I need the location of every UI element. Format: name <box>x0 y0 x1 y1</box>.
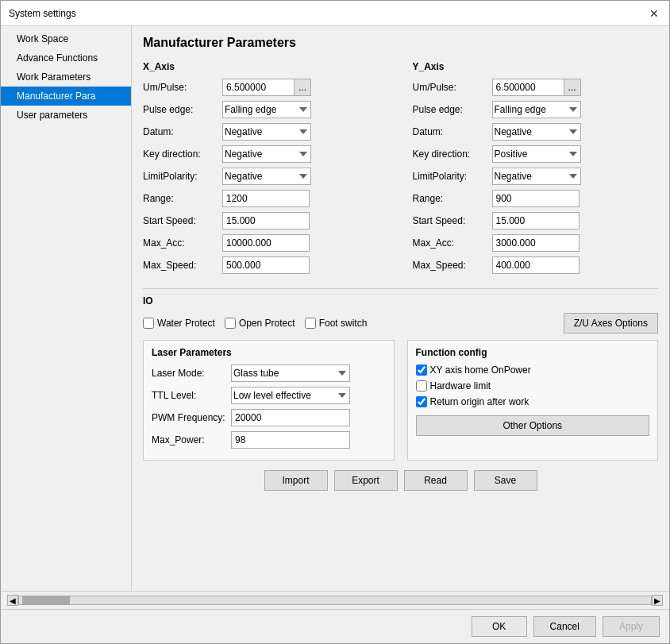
sidebar-item-advance-functions[interactable]: Advance Functions <box>1 48 131 67</box>
water-protect-checkbox[interactable] <box>143 318 154 329</box>
x-range-input[interactable] <box>222 190 310 207</box>
y-key-direction-select[interactable]: Negative Positive <box>492 145 581 163</box>
pwm-freq-label: PWM Frequency: <box>152 412 231 423</box>
y-range-input[interactable] <box>492 190 580 207</box>
x-key-direction-row: Key direction: Negative Positive <box>143 145 389 163</box>
x-start-speed-input[interactable] <box>222 212 310 229</box>
ttl-level-select[interactable]: Low level effective High level effective <box>231 387 350 404</box>
sidebar: Work Space Advance Functions Work Parame… <box>1 26 132 591</box>
y-max-acc-input[interactable] <box>492 234 580 252</box>
zu-axes-options-button[interactable]: Z/U Axes Options <box>564 313 658 334</box>
x-um-pulse-dots-btn[interactable]: ... <box>294 79 311 96</box>
export-button[interactable]: Export <box>334 470 398 491</box>
other-options-button[interactable]: Other Options <box>416 415 650 436</box>
ok-button[interactable]: OK <box>472 616 527 637</box>
xy-home-label: XY axis home OnPower <box>430 364 531 376</box>
y-pulse-edge-select[interactable]: Falling edge Rising edge <box>492 101 581 118</box>
scrollbar-thumb[interactable] <box>22 596 70 604</box>
y-datum-select[interactable]: Negative Positive <box>492 123 581 141</box>
y-max-speed-input[interactable] <box>492 256 580 274</box>
y-limit-polarity-label: LimitPolarity: <box>413 171 492 182</box>
cancel-button[interactable]: Cancel <box>533 616 596 637</box>
water-protect-checkbox-label[interactable]: Water Protect <box>143 318 215 329</box>
x-um-pulse-input[interactable] <box>222 79 294 96</box>
y-limit-polarity-select[interactable]: Negative Positive <box>492 168 581 185</box>
footer: OK Cancel Apply <box>1 609 669 643</box>
x-um-pulse-row: Um/Pulse: ... <box>143 79 389 96</box>
content-area: Work Space Advance Functions Work Parame… <box>1 26 669 591</box>
foot-switch-label: Foot switch <box>319 318 368 329</box>
x-pulse-edge-select[interactable]: Falling edge Rising edge <box>222 101 311 118</box>
apply-button[interactable]: Apply <box>603 616 660 637</box>
read-button[interactable]: Read <box>404 470 468 491</box>
sidebar-item-work-space[interactable]: Work Space <box>1 29 131 48</box>
y-axis-label: Y_Axis <box>413 61 659 72</box>
x-key-direction-select[interactable]: Negative Positive <box>222 145 311 163</box>
x-limit-polarity-row: LimitPolarity: Negative Positive <box>143 168 389 185</box>
system-settings-window: System settings ✕ Work Space Advance Fun… <box>0 0 670 644</box>
x-datum-row: Datum: Negative Positive <box>143 123 389 141</box>
return-origin-label: Return origin after work <box>430 396 529 407</box>
y-max-acc-row: Max_Acc: <box>413 234 659 252</box>
x-pulse-edge-row: Pulse edge: Falling edge Rising edge <box>143 101 389 118</box>
pwm-freq-input[interactable] <box>231 409 350 426</box>
y-um-pulse-dots-btn[interactable]: ... <box>564 79 581 96</box>
laser-mode-label: Laser Mode: <box>152 368 231 379</box>
x-axis-label: X_Axis <box>143 61 389 72</box>
x-max-acc-input[interactable] <box>222 234 310 252</box>
title-bar: System settings ✕ <box>1 1 669 26</box>
close-button[interactable]: ✕ <box>647 6 661 21</box>
main-panel: Manufacturer Parameters X_Axis Um/Pulse:… <box>132 26 669 591</box>
y-max-acc-label: Max_Acc: <box>413 237 492 249</box>
scroll-left-arrow[interactable]: ◀ <box>7 595 18 606</box>
io-row: Water Protect Open Protect Foot switch Z… <box>143 313 658 334</box>
foot-switch-checkbox[interactable] <box>305 318 316 329</box>
x-datum-select[interactable]: Negative Positive <box>222 123 311 141</box>
open-protect-checkbox[interactable] <box>225 318 236 329</box>
sidebar-item-manufacturer-para[interactable]: Manufacturer Para <box>1 87 131 106</box>
return-origin-checkbox[interactable] <box>416 396 427 407</box>
xy-home-checkbox[interactable] <box>416 364 427 376</box>
x-max-speed-label: Max_Speed: <box>143 260 222 271</box>
y-range-row: Range: <box>413 190 659 207</box>
ttl-level-label: TTL Level: <box>152 390 231 401</box>
x-um-pulse-label: Um/Pulse: <box>143 82 222 93</box>
scroll-right-arrow[interactable]: ▶ <box>652 595 663 606</box>
y-max-speed-row: Max_Speed: <box>413 256 659 274</box>
y-um-pulse-label: Um/Pulse: <box>413 82 492 93</box>
y-pulse-edge-row: Pulse edge: Falling edge Rising edge <box>413 101 659 118</box>
action-buttons: Import Export Read Save <box>143 470 658 491</box>
y-um-pulse-input[interactable] <box>492 79 564 96</box>
y-max-speed-label: Max_Speed: <box>413 260 492 271</box>
x-limit-polarity-select[interactable]: Negative Positive <box>222 168 311 185</box>
laser-mode-select[interactable]: Glass tube RF tube CO2 <box>231 364 350 382</box>
xy-home-checkbox-label[interactable]: XY axis home OnPower <box>416 364 650 376</box>
max-power-input[interactable] <box>231 431 350 449</box>
import-button[interactable]: Import <box>264 470 328 491</box>
sidebar-item-work-parameters[interactable]: Work Parameters <box>1 67 131 87</box>
save-button[interactable]: Save <box>474 470 537 491</box>
function-config-section: Function config XY axis home OnPower Har… <box>407 340 659 461</box>
x-max-speed-input[interactable] <box>222 256 310 274</box>
y-start-speed-input[interactable] <box>492 212 580 229</box>
x-pulse-edge-label: Pulse edge: <box>143 104 222 115</box>
open-protect-checkbox-label[interactable]: Open Protect <box>225 318 295 329</box>
scrollbar-track[interactable] <box>18 596 652 605</box>
x-limit-polarity-label: LimitPolarity: <box>143 171 222 182</box>
laser-params-section: Laser Parameters Laser Mode: Glass tube … <box>143 340 395 461</box>
window-title: System settings <box>9 8 76 19</box>
sidebar-item-user-parameters[interactable]: User parameters <box>1 106 131 125</box>
y-limit-polarity-row: LimitPolarity: Negative Positive <box>413 168 659 185</box>
y-um-pulse-row: Um/Pulse: ... <box>413 79 659 96</box>
y-datum-row: Datum: Negative Positive <box>413 123 659 141</box>
y-key-direction-row: Key direction: Negative Positive <box>413 145 659 163</box>
x-max-acc-label: Max_Acc: <box>143 237 222 249</box>
y-range-label: Range: <box>413 193 492 204</box>
hw-limit-checkbox[interactable] <box>416 380 427 391</box>
x-start-speed-label: Start Speed: <box>143 215 222 226</box>
scrollbar-area: ◀ ▶ <box>1 591 669 609</box>
return-origin-checkbox-label[interactable]: Return origin after work <box>416 396 650 407</box>
hw-limit-checkbox-label[interactable]: Hardware limit <box>416 380 650 391</box>
foot-switch-checkbox-label[interactable]: Foot switch <box>305 318 368 329</box>
axes-container: X_Axis Um/Pulse: ... Pulse edge: Falling… <box>143 61 658 279</box>
